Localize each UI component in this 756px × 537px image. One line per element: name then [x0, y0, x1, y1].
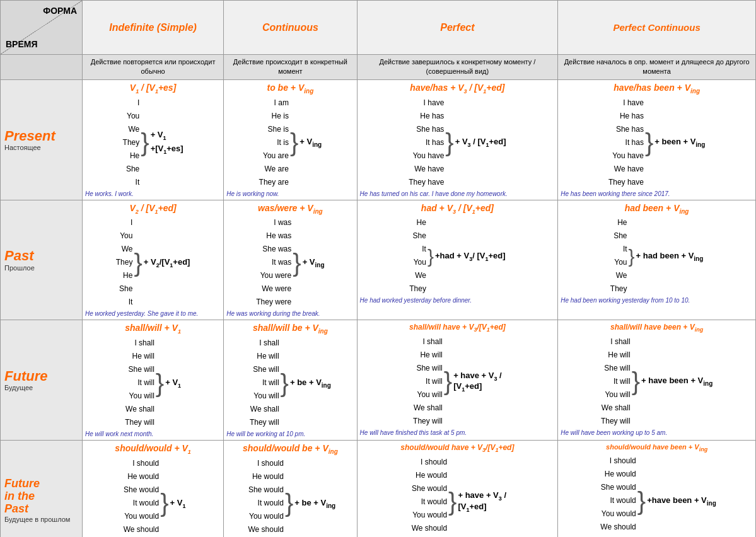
- brace-past-perf: }: [427, 248, 434, 265]
- past-row: Past Прошлое V2 / [V1+ed] IYouWeTheyHeSh…: [1, 200, 756, 320]
- brace-future-perf: }: [444, 371, 452, 392]
- brace-past-perf-cont: }: [629, 248, 635, 265]
- past-perf-cont-example: He had been working yesterday from 10 to…: [561, 296, 753, 304]
- past-label: Past Прошлое: [1, 200, 83, 320]
- fut-past-cont-title: should/would be + Ving: [226, 443, 354, 455]
- present-simple-cell: V1 / [V1+es] IYouWeTheyHeSheIt } + V1 +[…: [83, 79, 224, 200]
- present-perf-title: have/has + V3 / [V1+ed]: [360, 83, 555, 95]
- present-simple-formula2: +[V1+es]: [151, 144, 183, 155]
- future-past-name: Futurein thePast: [4, 478, 78, 515]
- present-label: Present Настоящее: [1, 79, 83, 200]
- future-simple-pronouns: I shallHe willShe willIt willYou willWe …: [125, 337, 154, 429]
- past-simple-example: He worked yesterday. She gave it to me.: [85, 309, 221, 317]
- brace-fip-cont: }: [285, 492, 293, 514]
- present-cont-pronouns: I amHe isShe isIt isYou areWe areThey ar…: [259, 96, 289, 189]
- brace-future-cont: }: [281, 372, 289, 394]
- past-simple-title: V2 / [V1+ed]: [85, 203, 221, 215]
- brace-fip-perf-cont: }: [637, 490, 646, 512]
- col-header-perfect: Perfect: [357, 1, 558, 55]
- past-cont-cell: was/were + Ving I wasHe wasShe wasIt was…: [224, 200, 357, 320]
- present-perf-formula: + V3 / [V1+ed]: [455, 137, 506, 148]
- fut-past-cont-pronouns: I shouldHe wouldShe wouldIt wouldYou wou…: [245, 457, 284, 537]
- desc-empty: [1, 55, 83, 80]
- fut-past-cont-cell: should/would be + Ving I shouldHe wouldS…: [224, 441, 357, 537]
- present-simple-pronouns: IYouWeTheyHeSheIt: [123, 96, 140, 189]
- future-perf-formula: + have + V3 /[V1+ed]: [453, 371, 502, 393]
- brace-past-cont: }: [293, 252, 301, 274]
- future-simple-title: shall/will + V1: [85, 323, 221, 335]
- brace-cont: }: [290, 132, 298, 153]
- fut-past-perf-cont-title: should/would have been + Ving: [561, 443, 753, 453]
- brace-past-simple: }: [134, 252, 142, 274]
- past-cont-title: was/were + Ving: [226, 203, 354, 215]
- past-perf-cont-title: had been + Ving: [561, 203, 753, 215]
- fut-past-simple-title: should/would + V1: [85, 443, 221, 455]
- future-row: Future Будущее shall/will + V1 I shallHe…: [1, 320, 756, 441]
- future-perf-cont-title: shall/will have been + Ving: [561, 323, 753, 333]
- past-perf-pronouns: HeSheItYouWeThey: [409, 216, 426, 296]
- tenses-table: ФОРМА ВРЕМЯ Indefinite (Simple) Continuo…: [0, 0, 756, 537]
- future-cont-title: shall/will be + Ving: [226, 323, 354, 335]
- fut-past-perf-title: should/would have + V3/[V1+ed]: [360, 443, 555, 453]
- present-perf-example: He has turned on his car. I have done my…: [360, 189, 555, 197]
- future-simple-formula: + V1: [165, 378, 181, 389]
- forma-header-cell: ФОРМА ВРЕМЯ: [1, 1, 83, 55]
- future-perf-cont-pronouns: I shallHe willShe willIt willYou willWe …: [601, 335, 631, 428]
- brace-future-simple: }: [156, 372, 164, 394]
- past-perf-cont-pronouns: HeSheItYouWeThey: [610, 216, 627, 296]
- vremya-label: ВРЕМЯ: [6, 39, 38, 49]
- future-perf-cont-example: He will have been working up to 5 am.: [561, 428, 753, 436]
- past-perf-cont-cell: had been + Ving HeSheItYouWeThey } + had…: [558, 200, 756, 320]
- future-past-ru: Будущее в прошлом: [4, 516, 78, 523]
- future-ru: Будущее: [4, 384, 78, 391]
- present-perf-cont-formula: + been + Ving: [654, 137, 705, 148]
- past-perf-cont-formula: + had been + Ving: [636, 251, 704, 262]
- future-cont-example: He will be working at 10 pm.: [226, 429, 354, 437]
- past-simple-formula: + V2/[V1+ed]: [144, 257, 190, 268]
- desc-simple: Действие повторяется или происходит обыч…: [83, 55, 224, 80]
- future-perf-cont-formula: + have been + Ving: [641, 376, 712, 387]
- fut-past-perf-pronouns: I shouldHe wouldShe wouldIt wouldYou wou…: [409, 456, 447, 537]
- col-header-simple: Indefinite (Simple): [83, 1, 224, 55]
- present-continuous-cell: to be + Ving I amHe isShe isIt isYou are…: [224, 79, 357, 200]
- brace-perf-cont: }: [645, 132, 653, 153]
- fut-past-perf-cell: should/would have + V3/[V1+ed] I shouldH…: [357, 441, 558, 537]
- future-perf-title: shall/will have + V3/[V1+ed]: [360, 323, 555, 333]
- brace-left: }: [141, 132, 149, 153]
- past-perf-example: He had worked yesterday before dinner.: [360, 296, 555, 304]
- fut-past-perf-formula: + have + V3 /[V1+ed]: [458, 490, 506, 512]
- fut-past-cont-formula: + be + Ving: [294, 498, 335, 509]
- future-perf-cell: shall/will have + V3/[V1+ed] I shallHe w…: [357, 320, 558, 441]
- future-simple-cell: shall/will + V1 I shallHe willShe willIt…: [83, 320, 224, 441]
- desc-continuous: Действие происходит в конкретный момент: [224, 55, 357, 80]
- past-simple-cell: V2 / [V1+ed] IYouWeTheyHeSheIt } + V2/[V…: [83, 200, 224, 320]
- desc-perfect: Действие завершилось к конкретному момен…: [357, 55, 558, 80]
- past-simple-pronouns: IYouWeTheyHeSheIt: [116, 216, 133, 309]
- past-cont-formula: + Ving: [303, 257, 325, 268]
- future-past-label: Futurein thePast Будущее в прошлом: [1, 441, 83, 537]
- present-ru: Настоящее: [4, 144, 78, 151]
- present-perf-cont-cell: have/has been + Ving I haveHe hasShe has…: [558, 79, 756, 200]
- future-label: Future Будущее: [1, 320, 83, 441]
- present-perf-cont-example: He has been working there since 2017.: [561, 189, 753, 197]
- future-simple-example: He will work next month.: [85, 429, 221, 437]
- fut-past-simple-formula: + V1: [170, 498, 186, 509]
- past-ru: Прошлое: [4, 264, 78, 272]
- fut-past-simple-pronouns: I shouldHe wouldShe wouldIt wouldYou wou…: [120, 457, 159, 537]
- forma-label: ФОРМА: [43, 6, 77, 16]
- past-perf-title: had + V3 / [V1+ed]: [360, 203, 555, 215]
- future-perf-example: He will have finished this task at 5 pm.: [360, 428, 555, 436]
- present-name: Present: [4, 129, 78, 144]
- brace-fip-simple: }: [160, 492, 168, 514]
- future-cont-cell: shall/will be + Ving I shallHe willShe w…: [224, 320, 357, 441]
- col-header-continuous: Continuous: [224, 1, 357, 55]
- present-cont-formula: + Ving: [299, 137, 322, 148]
- fut-past-perf-cont-formula: +have been + Ving: [647, 495, 716, 507]
- present-cont-title: to be + Ving: [226, 83, 354, 95]
- past-perf-formula: +had + V3/ [V1+ed]: [435, 251, 506, 262]
- past-name: Past: [4, 248, 78, 263]
- future-perf-cont-cell: shall/will have been + Ving I shallHe wi…: [558, 320, 756, 441]
- fut-past-perf-cont-pronouns: I shouldHe wouldShe wouldIt wouldYou wou…: [597, 454, 636, 537]
- brace-fip-perf: }: [448, 491, 457, 512]
- future-name: Future: [4, 369, 78, 384]
